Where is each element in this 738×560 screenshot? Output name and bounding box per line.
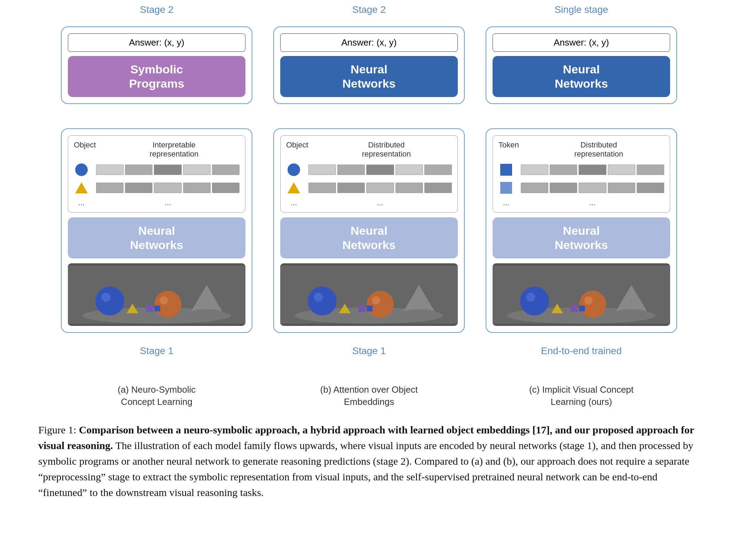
cell	[608, 165, 635, 175]
svg-point-6	[155, 291, 182, 318]
cell	[637, 183, 664, 193]
col-c-stage1-box: Token Distributedrepresentation	[486, 128, 677, 333]
column-c: Single stage Answer: (x, y) NeuralNetwor…	[486, 14, 677, 345]
col-b-repr-row-2	[286, 180, 452, 195]
col-c-repr-box: Token Distributedrepresentation	[493, 135, 670, 213]
col-c-repr-row-2	[498, 180, 664, 195]
col-b-stage1-label: Stage 1	[352, 345, 386, 357]
col-a-circle-icon	[74, 162, 89, 177]
col-b-triangle-icon	[286, 180, 301, 195]
col-b-stage1-box: Object Distributedrepresentation	[273, 128, 465, 333]
cell	[125, 165, 152, 175]
svg-rect-24	[358, 305, 365, 312]
svg-point-13	[288, 163, 300, 176]
cell	[96, 165, 124, 175]
col-a-repr-header: Object Interpretablerepresentation	[74, 141, 240, 159]
cell	[550, 183, 577, 193]
cell	[183, 165, 211, 175]
cell	[521, 165, 548, 175]
cell	[308, 165, 336, 175]
cell	[395, 165, 423, 175]
col-a-repr-rows: ... ...	[74, 162, 240, 207]
col-a-repr-row-2	[74, 180, 240, 195]
cell	[366, 165, 394, 175]
cell	[183, 183, 211, 193]
svg-point-4	[95, 287, 124, 315]
column-b: Stage 2 Answer: (x, y) NeuralNetworks Ob…	[273, 14, 465, 345]
col-a-repr-col1: Object	[74, 141, 98, 150]
col-c-repr-col2: Distributedrepresentation	[533, 141, 664, 159]
svg-point-0	[75, 163, 88, 176]
col-b-circle-icon	[286, 162, 301, 177]
col-b-stage2-area: Stage 2 Answer: (x, y) NeuralNetworks	[273, 14, 465, 104]
cell	[154, 183, 181, 193]
cell	[308, 183, 336, 193]
svg-point-9	[190, 309, 223, 316]
svg-point-18	[314, 293, 323, 302]
svg-point-35	[615, 309, 647, 316]
col-c-square2-icon	[498, 180, 514, 195]
col-c-stage2-area: Single stage Answer: (x, y) NeuralNetwor…	[486, 14, 677, 104]
svg-point-7	[159, 296, 168, 305]
svg-point-19	[367, 291, 394, 318]
svg-point-20	[372, 296, 380, 305]
dots-right: ...	[308, 198, 452, 207]
cell	[395, 183, 423, 193]
svg-rect-37	[571, 305, 578, 312]
col-b-repr-row-1	[286, 162, 452, 177]
col-b-repr-col2: Distributedrepresentation	[321, 141, 452, 159]
cell	[579, 165, 606, 175]
svg-point-30	[520, 287, 549, 315]
col-c-stage1-label: End-to-end trained	[541, 345, 622, 357]
svg-rect-11	[146, 305, 153, 312]
cell	[212, 165, 240, 175]
figure-container: Stage 2 Answer: (x, y) SymbolicPrograms …	[21, 14, 717, 500]
col-c-neural-box: NeuralNetworks	[493, 217, 670, 258]
dots-left: ...	[498, 198, 514, 207]
dots-right: ...	[521, 198, 664, 207]
col-c-square1-icon	[498, 162, 514, 177]
cell	[96, 183, 124, 193]
col-b-program-box: NeuralNetworks	[280, 56, 458, 97]
dots-left: ...	[286, 198, 301, 207]
svg-point-5	[101, 293, 110, 302]
cell	[550, 165, 577, 175]
column-a: Stage 2 Answer: (x, y) SymbolicPrograms …	[61, 14, 252, 345]
col-b-repr-col1: Object	[286, 141, 311, 150]
cell	[424, 165, 452, 175]
col-b-neural-box: NeuralNetworks	[280, 217, 458, 258]
col-b-repr-dots-row: ... ...	[286, 198, 452, 207]
col-a-triangle-icon	[74, 180, 89, 195]
col-a-answer-box: Answer: (x, y)	[68, 33, 245, 52]
col-b-repr-box: Object Distributedrepresentation	[280, 135, 458, 213]
caption-c: (c) Implicit Visual Concept Learning (ou…	[486, 384, 677, 408]
svg-rect-38	[579, 305, 585, 311]
svg-point-33	[584, 296, 592, 305]
col-b-stage1-area: Object Distributedrepresentation	[273, 111, 465, 345]
col-a-stage1-label: Stage 1	[140, 345, 174, 357]
col-a-scene-image	[68, 263, 245, 326]
col-c-repr-col1: Token	[498, 141, 523, 150]
col-c-answer-box: Answer: (x, y)	[493, 33, 670, 52]
col-b-stage2-box: Answer: (x, y) NeuralNetworks	[273, 26, 465, 104]
col-a-stage1-area: Object Interpretablerepresentation	[61, 111, 252, 345]
svg-point-17	[308, 287, 337, 315]
col-a-repr-row-1	[74, 162, 240, 177]
col-c-repr-grid-2	[521, 183, 664, 193]
cell	[212, 183, 240, 193]
col-a-stage2-area: Stage 2 Answer: (x, y) SymbolicPrograms	[61, 14, 252, 104]
col-c-repr-header: Token Distributedrepresentation	[498, 141, 664, 159]
col-c-stage1-area: Token Distributedrepresentation	[486, 111, 677, 345]
col-c-program-box: NeuralNetworks	[493, 56, 670, 97]
captions-row: (a) Neuro-Symbolic Concept Learning (b) …	[61, 384, 677, 408]
col-c-stage2-label: Single stage	[555, 4, 608, 15]
diagrams-row: Stage 2 Answer: (x, y) SymbolicPrograms …	[61, 14, 677, 345]
svg-rect-26	[500, 164, 512, 176]
col-a-program-box: SymbolicPrograms	[68, 56, 245, 97]
cell	[424, 183, 452, 193]
col-a-repr-dots-row: ... ...	[74, 198, 240, 207]
dots-left: ...	[74, 198, 89, 207]
svg-rect-12	[155, 305, 160, 311]
caption-c-sub: Learning (ours)	[551, 397, 612, 407]
col-a-neural-box: NeuralNetworks	[68, 217, 245, 258]
